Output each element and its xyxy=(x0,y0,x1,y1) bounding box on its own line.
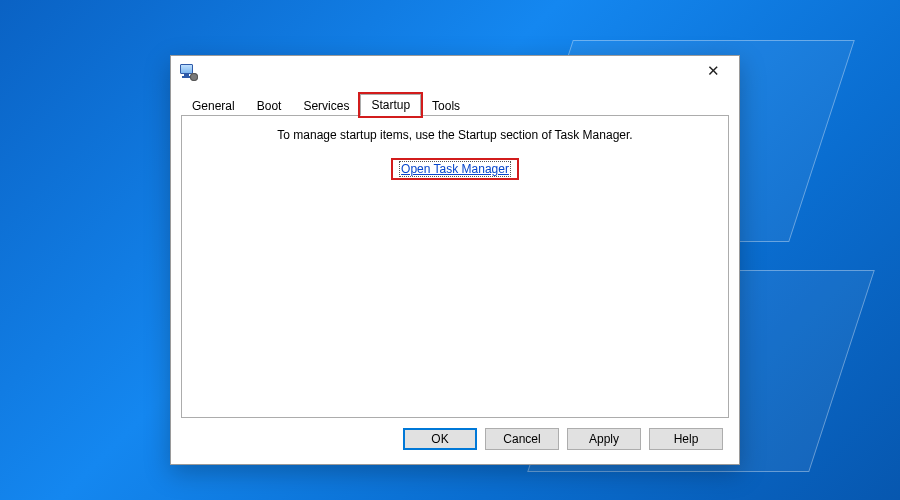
tab-tools[interactable]: Tools xyxy=(421,95,471,116)
open-task-manager-link[interactable]: Open Task Manager xyxy=(399,161,511,177)
help-button[interactable]: Help xyxy=(649,428,723,450)
ok-button[interactable]: OK xyxy=(403,428,477,450)
tab-strip: General Boot Services Startup Tools xyxy=(181,94,729,116)
tab-boot[interactable]: Boot xyxy=(246,95,293,116)
link-highlight-box: Open Task Manager xyxy=(391,158,519,180)
cancel-button[interactable]: Cancel xyxy=(485,428,559,450)
title-left xyxy=(179,62,203,80)
titlebar[interactable]: ✕ xyxy=(171,56,739,86)
startup-message: To manage startup items, use the Startup… xyxy=(277,128,632,142)
client-area: General Boot Services Startup Tools To m… xyxy=(171,86,739,464)
tab-general[interactable]: General xyxy=(181,95,246,116)
dialog-button-row: OK Cancel Apply Help xyxy=(181,418,729,456)
msconfig-window: ✕ General Boot Services Startup Tools To… xyxy=(170,55,740,465)
msconfig-icon xyxy=(179,62,197,80)
tab-startup[interactable]: Startup xyxy=(360,94,421,116)
close-icon: ✕ xyxy=(707,62,720,80)
apply-button[interactable]: Apply xyxy=(567,428,641,450)
close-button[interactable]: ✕ xyxy=(691,57,735,85)
tab-services[interactable]: Services xyxy=(292,95,360,116)
tab-body-startup: To manage startup items, use the Startup… xyxy=(181,116,729,418)
